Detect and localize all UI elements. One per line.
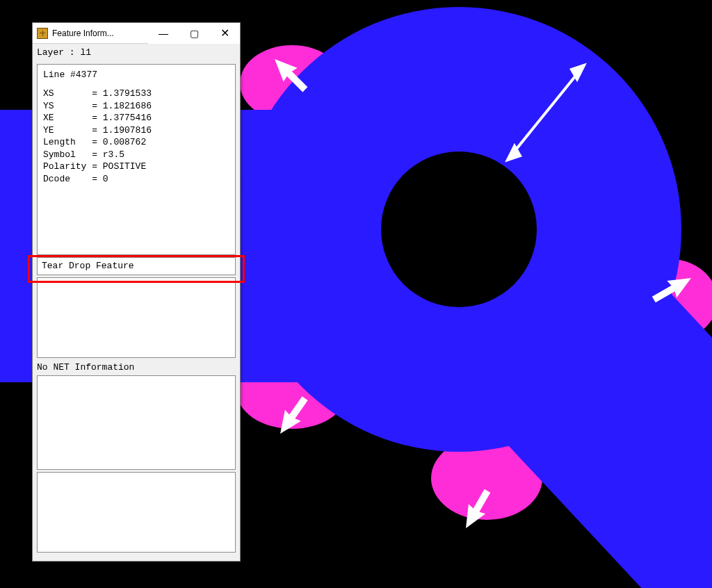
- feature-type-text: Tear Drop Feature: [42, 260, 134, 272]
- svg-point-7: [381, 152, 537, 307]
- minimize-button[interactable]: —: [148, 23, 179, 44]
- property-row: XS = 1.3791533: [43, 88, 229, 100]
- property-row: YS = 1.1821686: [43, 100, 229, 113]
- titlebar[interactable]: Feature Inform... — ▢ ✕: [33, 23, 240, 44]
- feature-properties-list: XS = 1.3791533YS = 1.1821686XE = 1.37754…: [43, 88, 229, 185]
- net-pane-1: [37, 375, 236, 470]
- property-row: Length = 0.008762: [43, 136, 229, 149]
- maximize-button[interactable]: ▢: [179, 23, 209, 44]
- property-row: Dcode = 0: [43, 173, 229, 186]
- feature-properties-pane: Line #4377 XS = 1.3791533YS = 1.1821686X…: [37, 64, 236, 255]
- net-info-label: No NET Information: [33, 360, 240, 374]
- property-row: YE = 1.1907816: [43, 124, 229, 137]
- attributes-pane: [37, 277, 236, 358]
- net-pane-2: [37, 472, 236, 553]
- property-row: XE = 1.3775416: [43, 112, 229, 124]
- feature-title: Line #4377: [43, 69, 229, 81]
- close-button[interactable]: ✕: [209, 23, 240, 44]
- property-row: Polarity = POSITIVE: [43, 161, 229, 173]
- feature-info-dialog: Feature Inform... — ▢ ✕ Layer : l1 Line …: [32, 22, 241, 562]
- window-title: Feature Inform...: [52, 28, 148, 38]
- layer-label: Layer : l1: [33, 44, 240, 62]
- property-row: Symbol = r3.5: [43, 149, 229, 161]
- app-icon: [37, 28, 48, 39]
- feature-type-pane: Tear Drop Feature: [37, 257, 236, 275]
